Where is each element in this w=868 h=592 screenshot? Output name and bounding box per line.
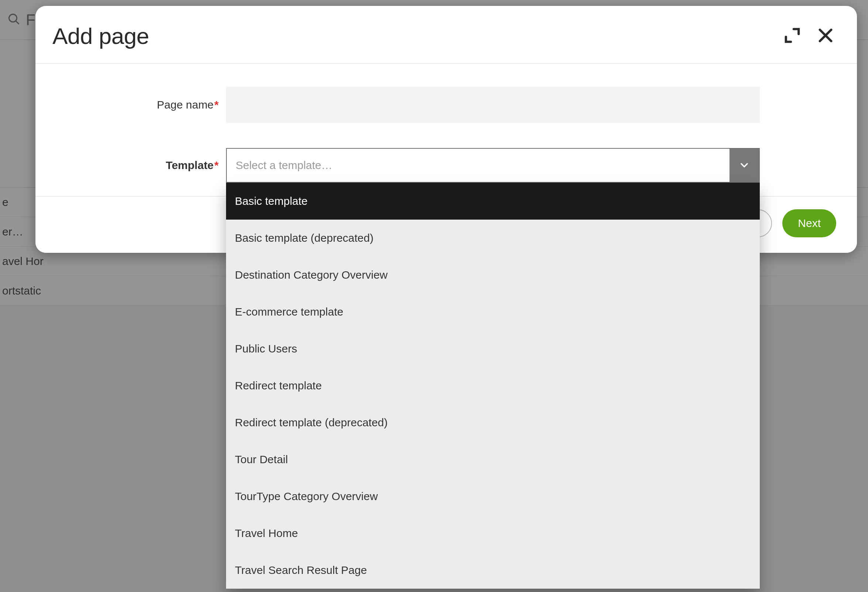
modal-backdrop[interactable]: Add page: [0, 0, 868, 592]
page-name-control: [226, 87, 760, 123]
template-select-input-row: [226, 148, 760, 183]
close-icon: [817, 27, 834, 45]
template-label-text: Template: [166, 159, 214, 171]
template-label: Template*: [56, 159, 226, 172]
dialog-header-actions: [782, 25, 836, 47]
template-option[interactable]: Basic template (deprecated): [226, 219, 760, 256]
template-row: Template*: [56, 148, 836, 183]
template-select-toggle[interactable]: [729, 149, 759, 182]
required-asterisk: *: [214, 99, 218, 111]
template-select: Basic templateBasic template (deprecated…: [226, 148, 760, 183]
template-option[interactable]: TourType Category Overview: [226, 478, 760, 515]
dialog-header: Add page: [35, 6, 857, 64]
dialog-title: Add page: [52, 23, 149, 49]
template-option[interactable]: Basic template: [226, 183, 760, 219]
dialog-body: Page name* Template*: [35, 64, 857, 196]
expand-icon: [784, 27, 801, 45]
template-option[interactable]: Travel Home: [226, 515, 760, 552]
chevron-down-icon: [739, 160, 750, 171]
page-name-label: Page name*: [56, 99, 226, 111]
template-option[interactable]: Public Users: [226, 330, 760, 367]
template-dropdown: Basic templateBasic template (deprecated…: [226, 183, 760, 589]
add-page-dialog: Add page: [35, 6, 857, 253]
template-option[interactable]: Redirect template (deprecated): [226, 404, 760, 441]
template-select-input[interactable]: [227, 149, 729, 182]
template-control: Basic templateBasic template (deprecated…: [226, 148, 760, 183]
next-button[interactable]: Next: [782, 209, 836, 237]
template-option[interactable]: Destination Category Overview: [226, 256, 760, 293]
page-name-row: Page name*: [56, 87, 836, 123]
page-name-label-text: Page name: [157, 99, 214, 111]
required-asterisk: *: [214, 159, 218, 171]
template-option[interactable]: Redirect template: [226, 367, 760, 404]
template-option[interactable]: E-commerce template: [226, 293, 760, 330]
page-name-input[interactable]: [226, 87, 760, 123]
template-option[interactable]: Tour Detail: [226, 441, 760, 478]
expand-button[interactable]: [782, 25, 803, 47]
close-button[interactable]: [815, 25, 836, 47]
template-option[interactable]: Travel Search Result Page: [226, 552, 760, 589]
